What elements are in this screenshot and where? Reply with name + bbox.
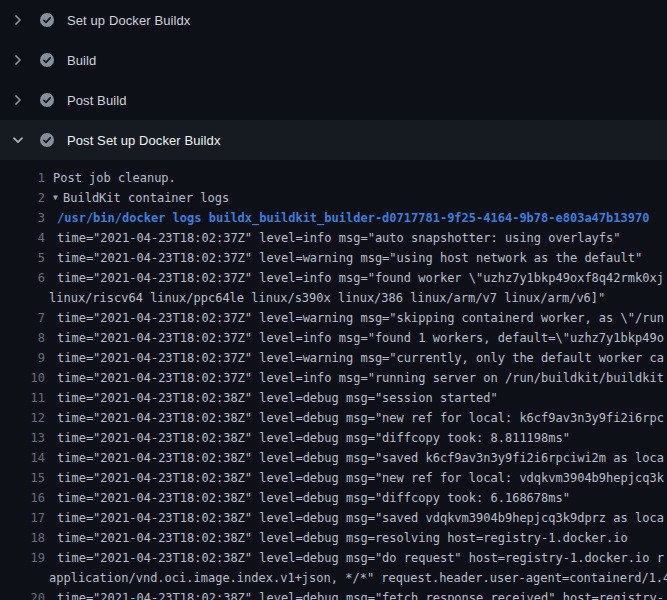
line-number[interactable]: 12 xyxy=(0,408,45,428)
log-line: 18 time="2021-04-23T18:02:38Z" level=deb… xyxy=(0,528,667,548)
line-number[interactable]: 1 xyxy=(0,168,45,188)
line-number[interactable]: 4 xyxy=(0,228,45,248)
line-number[interactable]: 9 xyxy=(0,348,45,368)
log-line: 10 time="2021-04-23T18:02:37Z" level=inf… xyxy=(0,368,667,388)
line-text: time="2021-04-23T18:02:38Z" level=debug … xyxy=(57,488,570,508)
log-line: 4 time="2021-04-23T18:02:37Z" level=info… xyxy=(0,228,667,248)
line-text: time="2021-04-23T18:02:38Z" level=debug … xyxy=(57,408,664,428)
step-row[interactable]: Post Build xyxy=(0,80,667,120)
line-text: time="2021-04-23T18:02:38Z" level=debug … xyxy=(57,588,664,600)
step-label: Build xyxy=(67,53,96,68)
line-number[interactable]: 8 xyxy=(0,328,45,348)
chevron-right-icon xyxy=(10,52,26,68)
line-number[interactable]: 5 xyxy=(0,248,45,268)
step-label: Post Set up Docker Buildx xyxy=(67,133,221,148)
check-circle-icon xyxy=(39,52,55,68)
log-line: 15 time="2021-04-23T18:02:38Z" level=deb… xyxy=(0,468,667,488)
line-number xyxy=(0,288,45,308)
log-line: 11 time="2021-04-23T18:02:38Z" level=deb… xyxy=(0,388,667,408)
line-number[interactable]: 2 xyxy=(0,188,45,208)
line-text: time="2021-04-23T18:02:37Z" level=info m… xyxy=(57,228,621,248)
log-line[interactable]: 2 ▼ BuildKit container logs xyxy=(0,188,667,208)
line-text: time="2021-04-23T18:02:38Z" level=debug … xyxy=(57,448,664,468)
log-line: 20 time="2021-04-23T18:02:38Z" level=deb… xyxy=(0,588,667,600)
check-circle-icon xyxy=(39,132,55,148)
line-number[interactable]: 16 xyxy=(0,488,45,508)
line-text: time="2021-04-23T18:02:38Z" level=debug … xyxy=(57,548,664,568)
line-number[interactable]: 14 xyxy=(0,448,45,468)
line-number[interactable]: 20 xyxy=(0,588,45,600)
line-text: /usr/bin/docker logs buildx_buildkit_bui… xyxy=(57,208,649,228)
line-number[interactable]: 3 xyxy=(0,208,45,228)
log-line: 8 time="2021-04-23T18:02:37Z" level=info… xyxy=(0,328,667,348)
chevron-right-icon xyxy=(10,92,26,108)
line-text: time="2021-04-23T18:02:38Z" level=debug … xyxy=(57,428,570,448)
log-line: 14 time="2021-04-23T18:02:38Z" level=deb… xyxy=(0,448,667,468)
line-text: time="2021-04-23T18:02:38Z" level=debug … xyxy=(57,388,498,408)
line-number xyxy=(0,568,45,588)
line-text: time="2021-04-23T18:02:37Z" level=info m… xyxy=(57,328,664,348)
step-row[interactable]: Post Set up Docker Buildx xyxy=(0,120,667,160)
log-line: 9 time="2021-04-23T18:02:37Z" level=warn… xyxy=(0,348,667,368)
chevron-down-icon xyxy=(10,132,26,148)
log-line: 17 time="2021-04-23T18:02:38Z" level=deb… xyxy=(0,508,667,528)
log-area: 1 Post job cleanup. 2 ▼ BuildKit contain… xyxy=(0,160,667,600)
log-line: 1 Post job cleanup. xyxy=(0,168,667,188)
log-line: 6 time="2021-04-23T18:02:37Z" level=info… xyxy=(0,268,667,288)
log-line: 5 time="2021-04-23T18:02:37Z" level=warn… xyxy=(0,248,667,268)
steps-list: Set up Docker Buildx Build xyxy=(0,0,667,160)
line-text: time="2021-04-23T18:02:38Z" level=debug … xyxy=(57,468,664,488)
line-text: time="2021-04-23T18:02:37Z" level=info m… xyxy=(57,268,664,288)
log-line: 7 time="2021-04-23T18:02:37Z" level=warn… xyxy=(0,308,667,328)
line-text: time="2021-04-23T18:02:37Z" level=warnin… xyxy=(57,308,664,328)
check-circle-icon xyxy=(39,12,55,28)
line-number[interactable]: 6 xyxy=(0,268,45,288)
line-text: application/vnd.oci.image.index.v1+json,… xyxy=(49,568,667,588)
line-text: BuildKit container logs xyxy=(63,188,229,208)
line-text: time="2021-04-23T18:02:38Z" level=debug … xyxy=(57,508,664,528)
log-line: linux/riscv64 linux/ppc64le linux/s390x … xyxy=(0,288,667,308)
line-text: time="2021-04-23T18:02:38Z" level=debug … xyxy=(57,528,628,548)
line-text: time="2021-04-23T18:02:37Z" level=warnin… xyxy=(57,348,664,368)
triangle-down-icon: ▼ xyxy=(53,188,63,208)
line-number[interactable]: 17 xyxy=(0,508,45,528)
step-label: Post Build xyxy=(67,93,127,108)
check-circle-icon xyxy=(39,92,55,108)
line-text: time="2021-04-23T18:02:37Z" level=info m… xyxy=(57,368,664,388)
line-number[interactable]: 13 xyxy=(0,428,45,448)
line-text: linux/riscv64 linux/ppc64le linux/s390x … xyxy=(49,288,605,308)
log-line: 12 time="2021-04-23T18:02:38Z" level=deb… xyxy=(0,408,667,428)
line-number[interactable]: 7 xyxy=(0,308,45,328)
log-line: 13 time="2021-04-23T18:02:38Z" level=deb… xyxy=(0,428,667,448)
log-line: 16 time="2021-04-23T18:02:38Z" level=deb… xyxy=(0,488,667,508)
line-number[interactable]: 18 xyxy=(0,528,45,548)
log-line: 19 time="2021-04-23T18:02:38Z" level=deb… xyxy=(0,548,667,568)
line-number[interactable]: 19 xyxy=(0,548,45,568)
line-number[interactable]: 15 xyxy=(0,468,45,488)
log-line: 3 /usr/bin/docker logs buildx_buildkit_b… xyxy=(0,208,667,228)
step-row[interactable]: Build xyxy=(0,40,667,80)
step-row[interactable]: Set up Docker Buildx xyxy=(0,0,667,40)
chevron-right-icon xyxy=(10,12,26,28)
line-number[interactable]: 10 xyxy=(0,368,45,388)
step-label: Set up Docker Buildx xyxy=(67,13,190,28)
line-text: Post job cleanup. xyxy=(53,168,176,188)
log-line: application/vnd.oci.image.index.v1+json,… xyxy=(0,568,667,588)
line-text: time="2021-04-23T18:02:37Z" level=warnin… xyxy=(57,248,642,268)
line-number[interactable]: 11 xyxy=(0,388,45,408)
